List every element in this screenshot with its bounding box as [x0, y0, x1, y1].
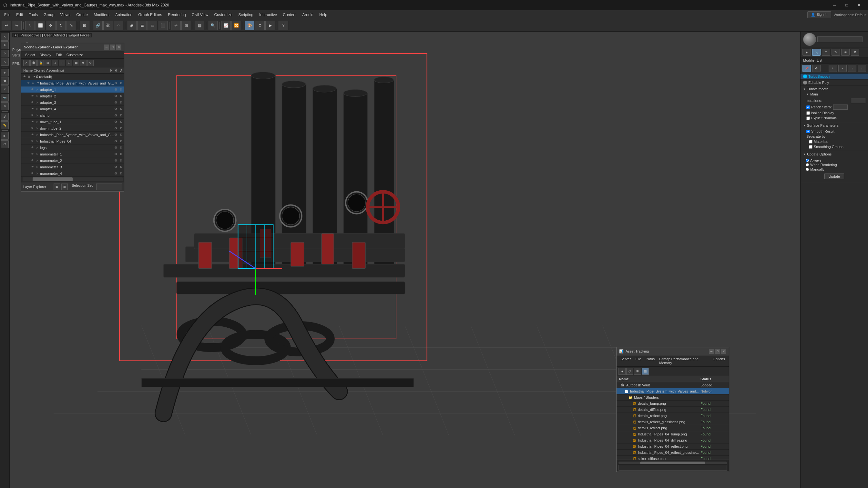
- at-menu-server[interactable]: Server: [618, 356, 633, 365]
- mod-move-up-button[interactable]: ↑: [848, 65, 857, 72]
- menu-create[interactable]: Create: [73, 11, 90, 18]
- at-menu-file[interactable]: File: [633, 356, 643, 365]
- align-button[interactable]: ⊟: [181, 21, 191, 30]
- se-row-layer-default[interactable]: 👁 ▦ ▼ 0 (default): [21, 73, 124, 80]
- at-row-maps-folder[interactable]: 📁 Maps / Shaders: [617, 394, 729, 400]
- mod-tab-motion[interactable]: ↻: [832, 49, 840, 56]
- turbosmooth-section-header[interactable]: ▼ TurboSmooth: [803, 87, 865, 91]
- select-object-button[interactable]: ↖: [25, 21, 35, 30]
- select-by-name-button[interactable]: ☰: [137, 21, 147, 30]
- se-scene-list-btn[interactable]: ⊞: [61, 184, 68, 190]
- render-iters-input[interactable]: 2: [833, 104, 848, 110]
- lt-scale-button[interactable]: ⤡: [1, 58, 9, 66]
- se-row-industrial-pipes-04[interactable]: 👁◇ Industrial_Pipes_04 ⚙⚙: [21, 138, 124, 144]
- selection-set-input[interactable]: [96, 184, 122, 190]
- smooth-result-checkbox[interactable]: [806, 130, 810, 133]
- render-frame-button[interactable]: ▶: [265, 21, 275, 30]
- select-region-button[interactable]: ⬜: [35, 21, 45, 30]
- at-row-ip04-reflect-gloss[interactable]: 🖼 Industrial_Pipes_04_reflect_glossiness…: [617, 450, 729, 456]
- menu-group[interactable]: Group: [41, 11, 57, 18]
- modifier-turbosmooth[interactable]: TurboSmooth: [801, 73, 868, 80]
- lt-measure-button[interactable]: 📏: [1, 121, 9, 129]
- at-scrollbar[interactable]: [618, 461, 727, 464]
- mod-remove-button[interactable]: −: [838, 65, 847, 72]
- se-options-button[interactable]: ⚙: [87, 60, 94, 66]
- se-row-industrial-pipes-system[interactable]: 👁◇ Industrial_Pipe_System_with_Valves_an…: [21, 132, 124, 138]
- se-menu-edit[interactable]: Edit: [54, 52, 64, 57]
- at-row-details-diffise[interactable]: 🖼 details_diffise.png Found: [617, 407, 729, 413]
- menu-edit[interactable]: Edit: [13, 11, 26, 18]
- at-tool-1[interactable]: ◈: [618, 368, 626, 375]
- curve-editor-button[interactable]: 📈: [221, 21, 231, 30]
- se-sort-button[interactable]: ↕: [59, 60, 65, 66]
- se-tree[interactable]: 👁 ▦ ▼ 0 (default) 👁 ◈ ▼: [21, 73, 124, 177]
- at-tool-2[interactable]: ⬡: [626, 368, 633, 375]
- se-close-button[interactable]: ✕: [116, 44, 121, 50]
- se-layer-list-btn[interactable]: ▦: [54, 184, 60, 190]
- lt-lights-button[interactable]: ☀: [1, 86, 9, 93]
- se-layers-button[interactable]: ▦: [73, 60, 80, 66]
- se-expand-group[interactable]: ▼: [36, 81, 40, 85]
- move-button[interactable]: ✥: [46, 21, 56, 30]
- se-expand-button[interactable]: ⊞: [44, 60, 51, 66]
- se-minimize-button[interactable]: ─: [104, 44, 109, 50]
- at-minimize-button[interactable]: ─: [709, 349, 714, 354]
- at-menu-options[interactable]: Options: [711, 356, 727, 365]
- se-refresh-button[interactable]: ↺: [80, 60, 87, 66]
- at-row-max-file[interactable]: 📄 Industrial_Pipe_System_with_Valves_and…: [617, 388, 729, 394]
- mirror-button[interactable]: ⇌: [171, 21, 181, 30]
- menu-graph-editors[interactable]: Graph Editors: [135, 11, 165, 18]
- window-crossing-button[interactable]: ⬛: [158, 21, 167, 30]
- lt-helpers-button[interactable]: ⊕: [1, 102, 9, 110]
- se-lock-button[interactable]: 🔒: [37, 60, 44, 66]
- at-close-button[interactable]: ✕: [721, 349, 726, 354]
- at-row-details-reflect[interactable]: 🖼 details_reflect.png Found: [617, 413, 729, 419]
- menu-help[interactable]: Help: [317, 11, 330, 18]
- lt-time-button[interactable]: ⏱: [1, 140, 9, 148]
- update-button[interactable]: Update: [825, 173, 844, 179]
- render-setup-button[interactable]: ⚙: [255, 21, 265, 30]
- mod-tab-utilities[interactable]: ⚙: [851, 49, 859, 56]
- se-expand-default[interactable]: ▼: [32, 75, 36, 79]
- menu-scripting[interactable]: Scripting: [236, 11, 256, 18]
- se-row-down-tube-2[interactable]: 👁◇ down_tube_2 ⚙⚙: [21, 125, 124, 132]
- lt-shapes-button[interactable]: ⬟: [1, 77, 9, 85]
- at-row-ip04-reflect[interactable]: 🖼 Industrial_Pipes_04_reflect.png Found: [617, 444, 729, 450]
- se-filter-button[interactable]: ✕: [23, 60, 30, 66]
- layer-manager-button[interactable]: ▦: [195, 21, 204, 30]
- at-row-ip04-diffise[interactable]: 🖼 Industrial_Pipes_04_diffise.png Found: [617, 437, 729, 444]
- at-tree[interactable]: 🏛 Autodesk Vault Logged. 📄 Industrial_Pi…: [617, 382, 729, 460]
- minimize-button[interactable]: ─: [829, 1, 840, 10]
- maximize-button[interactable]: □: [841, 1, 852, 10]
- always-radio[interactable]: [806, 159, 809, 162]
- menu-modifiers[interactable]: Modifiers: [91, 11, 112, 18]
- scale-button[interactable]: ⤡: [66, 21, 76, 30]
- bind-to-space-warp-button[interactable]: 〰: [114, 21, 123, 30]
- mod-tab-create[interactable]: ◈: [803, 49, 811, 56]
- viewport-area[interactable]: [+] [ Perspective ] [ User Defined ] [Ed…: [10, 32, 800, 488]
- menu-customize[interactable]: Customize: [212, 11, 235, 18]
- lt-move-button[interactable]: ✥: [1, 41, 9, 49]
- scene-explorer-button[interactable]: 🔍: [208, 21, 218, 30]
- se-row-adapter3[interactable]: 👁◇ adapter_3 ⚙⚙: [21, 99, 124, 106]
- select-filter-button[interactable]: ◉: [127, 21, 136, 30]
- rotate-button[interactable]: ↻: [56, 21, 66, 30]
- modifier-editable-poly[interactable]: Editable Poly: [801, 80, 868, 86]
- materials-checkbox[interactable]: [809, 140, 812, 143]
- menu-file[interactable]: File: [2, 11, 13, 18]
- close-button[interactable]: ✕: [853, 1, 865, 10]
- mod-move-down-button[interactable]: ↓: [858, 65, 866, 72]
- at-row-stiker-diffuse[interactable]: 🖼 stiker_diffuse.png Found: [617, 456, 729, 460]
- explicit-normals-checkbox[interactable]: [806, 117, 810, 120]
- redo-button[interactable]: ↪: [12, 21, 22, 30]
- at-restore-button[interactable]: □: [715, 349, 720, 354]
- se-row-adapter4[interactable]: 👁◇ adapter_4 ⚙⚙: [21, 106, 124, 112]
- reference-coord-button[interactable]: ⊞: [80, 21, 89, 30]
- render-iters-checkbox[interactable]: [806, 105, 810, 109]
- surface-params-header[interactable]: ▼ Surface Parameters: [803, 124, 865, 127]
- se-scrollbar[interactable]: [23, 177, 123, 181]
- at-row-details-refract[interactable]: 🖼 details_refract.png Found: [617, 425, 729, 431]
- menu-animation[interactable]: Animation: [113, 11, 135, 18]
- at-row-ip04-bump[interactable]: 🖼 Industrial_Pipes_04_bump.png Found: [617, 431, 729, 437]
- when-rendering-radio[interactable]: [806, 163, 809, 166]
